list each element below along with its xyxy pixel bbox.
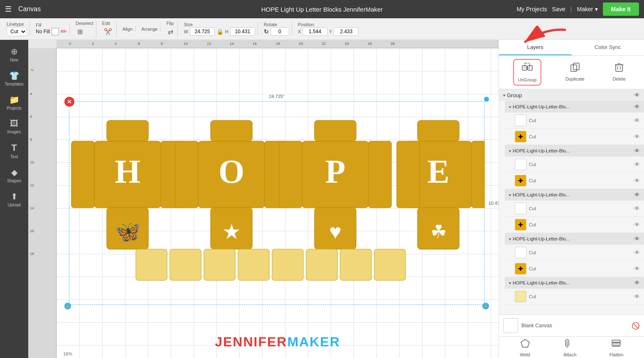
layer-eye-5-1[interactable]: 👁: [634, 293, 640, 300]
layer-eye-1-1[interactable]: 👁: [634, 117, 640, 124]
layer-item-5-1[interactable]: Cut 👁: [505, 289, 644, 305]
subgroup-2-header[interactable]: ▾ HOPE-Light-Up-Letter-Blo... 👁: [505, 145, 644, 157]
lock-handle-br[interactable]: 🔒: [482, 303, 489, 309]
group-chevron-icon: ▾: [503, 93, 505, 98]
y-input[interactable]: [334, 27, 359, 36]
ungroup-btn[interactable]: UnGroup: [513, 59, 542, 86]
flip-group: Flip ⇄: [164, 21, 178, 37]
svg-rect-7: [211, 120, 252, 141]
svg-rect-14: [315, 120, 356, 141]
layer-eye-3-2[interactable]: 👁: [634, 221, 640, 228]
edit-btn[interactable]: ✂️: [102, 26, 114, 37]
duplicate-icon: [569, 61, 581, 76]
edit-group: Edit ✂️: [100, 21, 117, 37]
subgroup-1-header[interactable]: ▾ HOPE-Light-Up-Letter-Blo... 👁: [505, 101, 644, 113]
maker-selector[interactable]: Maker ▾: [577, 6, 598, 12]
subgroup-4-eye-icon[interactable]: 👁: [634, 235, 640, 242]
my-projects-btn[interactable]: My Projects: [516, 6, 547, 12]
topbar: ☰ Canvas HOPE Light Up Letter Blocks Jen…: [0, 0, 644, 18]
tab-layers[interactable]: Layers: [499, 40, 572, 55]
ruler-left-mark-16: 16: [30, 229, 34, 233]
menu-icon[interactable]: ☰: [5, 5, 12, 14]
attach-action[interactable]: Attach: [563, 338, 576, 357]
layer-eye-2-1[interactable]: 👁: [634, 161, 640, 168]
arrange-group: Arrange: [139, 27, 160, 32]
projects-icon: 📁: [9, 95, 20, 105]
layer-thumb-1-1: [515, 115, 526, 126]
svg-rect-41: [616, 65, 622, 71]
save-btn[interactable]: Save: [552, 6, 565, 12]
flatten-icon: [611, 338, 622, 351]
rotate-label: Rotate: [264, 22, 277, 27]
canvas-area[interactable]: 0 2 4 6 8 10 12 14 16 18 20 22 24 26 28 …: [28, 40, 499, 358]
make-it-btn[interactable]: Make It: [603, 2, 639, 16]
svg-text:H: H: [115, 153, 140, 190]
canvas-grid[interactable]: 24.725" 10.431" ✕ 🔒 🔒: [57, 48, 499, 358]
layer-item-3-2[interactable]: ✚ Cut 👁: [505, 217, 644, 233]
rotate-handle[interactable]: [483, 96, 490, 103]
blank-canvas-preview: [503, 318, 518, 333]
deselect-x-btn[interactable]: ✕: [64, 97, 74, 107]
attach-icon: [565, 338, 575, 351]
subgroup-5-header[interactable]: ▾ HOPE-Light-Up-Letter-Blo... 👁: [505, 277, 644, 289]
layers-list[interactable]: ▾ Group 👁 ▾ HOPE-Light-Up-Letter-Blo... …: [499, 89, 644, 314]
ruler-left-mark-8: 8: [30, 137, 32, 142]
layer-item-1-2[interactable]: ✚ Cut 👁: [505, 129, 644, 145]
flatten-action[interactable]: Flatten: [610, 338, 624, 357]
subgroup-2-eye-icon[interactable]: 👁: [634, 147, 640, 154]
group-eye-icon[interactable]: 👁: [634, 92, 640, 98]
layer-item-1-1[interactable]: Cut 👁: [505, 113, 644, 129]
ruler-mark-2: 2: [92, 42, 94, 46]
sidebar-item-text[interactable]: T Text: [2, 139, 27, 162]
shapes-icon: ◆: [11, 167, 17, 177]
subgroup-3-header[interactable]: ▾ HOPE-Light-Up-Letter-Blo... 👁: [505, 189, 644, 201]
layer-eye-4-2[interactable]: 👁: [634, 265, 640, 272]
svg-text:🦋: 🦋: [115, 219, 141, 244]
layer-eye-1-2[interactable]: 👁: [634, 133, 640, 140]
delete-btn[interactable]: Delete: [608, 59, 630, 86]
deselect-btn[interactable]: ⊞: [76, 26, 84, 37]
layer-type-2-2: Cut: [529, 178, 536, 183]
tab-color-sync[interactable]: Color Sync: [572, 40, 644, 55]
layer-item-4-1[interactable]: Cut 👁: [505, 245, 644, 261]
sidebar-item-new[interactable]: ⊕ New: [2, 43, 27, 66]
layer-eye-3-1[interactable]: 👁: [634, 205, 640, 212]
height-input[interactable]: [230, 27, 255, 36]
subgroup-5: ▾ HOPE-Light-Up-Letter-Blo... 👁 Cut 👁: [499, 277, 644, 305]
x-input[interactable]: [302, 27, 327, 36]
fill-color-swatch[interactable]: [52, 28, 59, 35]
layer-item-3-1[interactable]: Cut 👁: [505, 201, 644, 217]
panel-tabs: Layers Color Sync: [499, 40, 644, 56]
layer-eye-4-1[interactable]: 👁: [634, 249, 640, 256]
lock-handle-bl[interactable]: 🔒: [64, 303, 71, 309]
layer-thumb-2-2: ✚: [515, 175, 526, 186]
weld-action[interactable]: Weld: [520, 338, 531, 357]
layer-item-4-2[interactable]: ✚ Cut 👁: [505, 261, 644, 277]
deselect-group: Deselect ⊞: [73, 21, 96, 37]
subgroup-4-header[interactable]: ▾ HOPE-Light-Up-Letter-Blo... 👁: [505, 233, 644, 245]
sidebar-item-templates[interactable]: 👕 Templates: [2, 67, 27, 90]
duplicate-btn[interactable]: Duplicate: [561, 59, 589, 86]
width-input[interactable]: [190, 27, 215, 36]
dim-height-label: 10.431": [487, 200, 499, 206]
sidebar-item-shapes[interactable]: ◆ Shapes: [2, 164, 27, 186]
sidebar-item-projects[interactable]: 📁 Projects: [2, 91, 27, 114]
linetype-select[interactable]: Cut: [7, 27, 27, 36]
sidebar-item-images[interactable]: 🖼 Images: [2, 115, 27, 137]
subgroup-3-eye-icon[interactable]: 👁: [634, 191, 640, 198]
layer-item-2-1[interactable]: Cut 👁: [505, 157, 644, 173]
subgroup-1-eye-icon[interactable]: 👁: [634, 103, 640, 110]
blank-canvas-row: Blank Canvas 🚫: [499, 314, 644, 336]
group-header[interactable]: ▾ Group 👁: [499, 89, 644, 101]
sidebar-item-upload[interactable]: ⬆ Upload: [2, 188, 27, 211]
layer-item-2-2[interactable]: ✚ Cut 👁: [505, 173, 644, 189]
layer-eye-2-2[interactable]: 👁: [634, 177, 640, 184]
weld-label: Weld: [520, 352, 530, 357]
flip-btn[interactable]: ⇄: [166, 26, 175, 37]
size-group: Size W 🔒 H: [181, 22, 258, 36]
svg-rect-29: [170, 249, 201, 280]
eye-off-icon[interactable]: 🚫: [632, 322, 640, 330]
subgroup-5-eye-icon[interactable]: 👁: [634, 280, 640, 286]
svg-rect-39: [571, 65, 577, 71]
rotate-input[interactable]: [270, 27, 289, 36]
